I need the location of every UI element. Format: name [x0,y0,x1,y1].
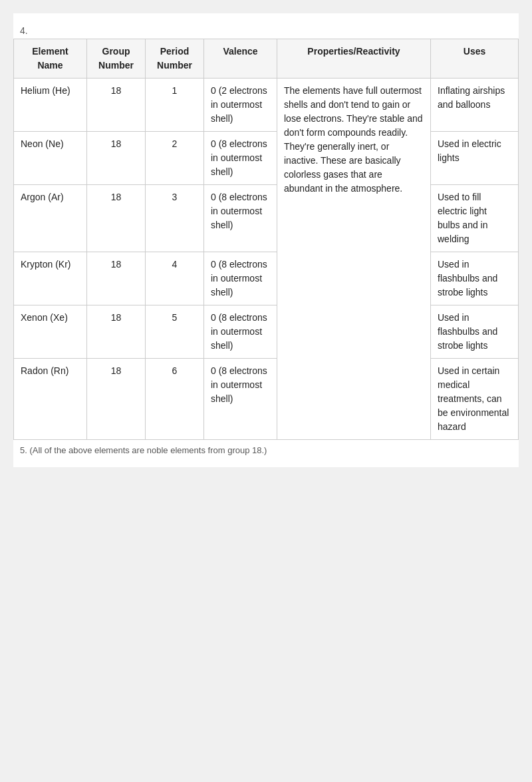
cell-period-number: 2 [146,132,204,185]
cell-valence: 0 (8 electrons in outermost shell) [204,185,277,252]
cell-properties: The elements have full outermost shells … [277,79,431,440]
elements-table: Element Name Group Number Period Number … [13,39,519,440]
cell-period-number: 5 [146,305,204,359]
table-row: Xenon (Xe)1850 (8 electrons in outermost… [14,305,519,359]
header-element-name: Element Name [14,39,87,79]
table-row: Neon (Ne)1820 (8 electrons in outermost … [14,132,519,185]
cell-element-name: Xenon (Xe) [14,305,87,359]
cell-valence: 0 (8 electrons in outermost shell) [204,305,277,359]
cell-element-name: Krypton (Kr) [14,252,87,305]
cell-element-name: Argon (Ar) [14,185,87,252]
table-row: Argon (Ar)1830 (8 electrons in outermost… [14,185,519,252]
page-wrapper: 4. Element Name Group Number Period Numb… [13,13,519,467]
cell-group-number: 18 [87,185,146,252]
cell-element-name: Neon (Ne) [14,132,87,185]
cell-valence: 0 (8 electrons in outermost shell) [204,252,277,305]
cell-valence: 0 (8 electrons in outermost shell) [204,359,277,440]
header-uses: Uses [431,39,519,79]
header-group-number: Group Number [87,39,146,79]
question-label: 4. [13,20,519,39]
cell-element-name: Radon (Rn) [14,359,87,440]
cell-uses: Used in certain medical treatments, can … [431,359,519,440]
cell-uses: Used in electric lights [431,132,519,185]
cell-uses: Used to fill electric light bulbs and in… [431,185,519,252]
cell-period-number: 3 [146,185,204,252]
cell-group-number: 18 [87,132,146,185]
table-row: Krypton (Kr)1840 (8 electrons in outermo… [14,252,519,305]
table-row: Helium (He)1810 (2 electrons in outermos… [14,79,519,132]
cell-uses: Used in flashbulbs and strobe lights [431,252,519,305]
cell-valence: 0 (2 electrons in outermost shell) [204,79,277,132]
cell-period-number: 4 [146,252,204,305]
header-valence: Valence [204,39,277,79]
cell-valence: 0 (8 electrons in outermost shell) [204,132,277,185]
cell-element-name: Helium (He) [14,79,87,132]
cell-period-number: 6 [146,359,204,440]
footnote: 5. (All of the above elements are noble … [13,440,519,461]
header-properties: Properties/Reactivity [277,39,431,79]
cell-group-number: 18 [87,79,146,132]
header-period-number: Period Number [146,39,204,79]
cell-group-number: 18 [87,359,146,440]
cell-group-number: 18 [87,305,146,359]
cell-period-number: 1 [146,79,204,132]
table-row: Radon (Rn)1860 (8 electrons in outermost… [14,359,519,440]
cell-group-number: 18 [87,252,146,305]
cell-uses: Inflating airships and balloons [431,79,519,132]
cell-uses: Used in flashbulbs and strobe lights [431,305,519,359]
